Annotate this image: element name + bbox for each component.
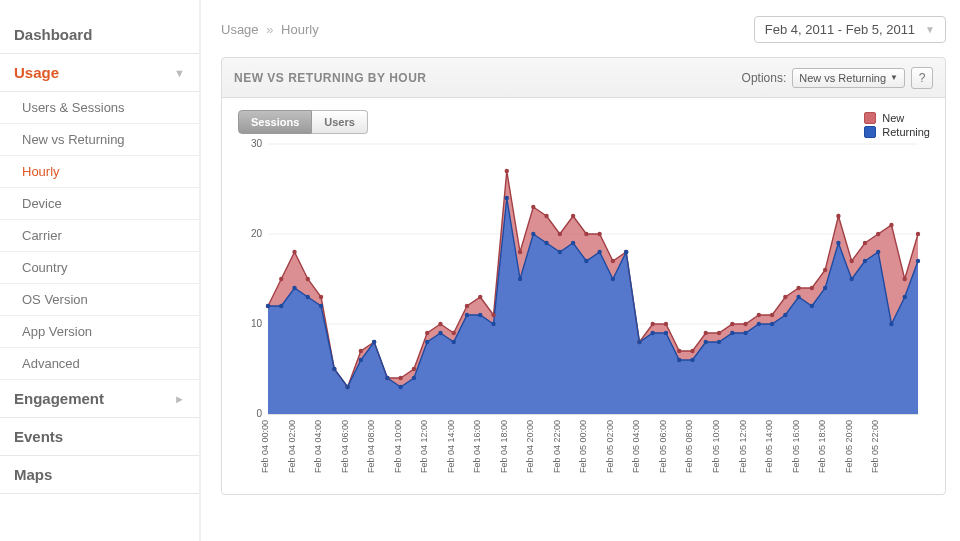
svg-point-75 [478, 313, 482, 317]
tab-sessions[interactable]: Sessions [238, 110, 312, 134]
subnav-country[interactable]: Country [0, 252, 199, 284]
svg-text:Feb 04 02:00: Feb 04 02:00 [287, 420, 297, 473]
svg-text:Feb 04 06:00: Feb 04 06:00 [340, 420, 350, 473]
svg-text:Feb 04 14:00: Feb 04 14:00 [446, 420, 456, 473]
svg-point-106 [889, 322, 893, 326]
svg-text:30: 30 [251, 138, 263, 149]
nav-events[interactable]: Events [0, 418, 199, 456]
svg-text:Feb 05 10:00: Feb 05 10:00 [711, 420, 721, 473]
svg-point-94 [730, 331, 734, 335]
svg-point-79 [531, 232, 535, 236]
svg-point-57 [903, 277, 907, 281]
breadcrumb-root[interactable]: Usage [221, 22, 259, 37]
subnav-label: Device [22, 196, 62, 211]
svg-point-84 [597, 250, 601, 254]
breadcrumb-leaf: Hourly [281, 22, 319, 37]
svg-text:Feb 05 12:00: Feb 05 12:00 [738, 420, 748, 473]
tab-label: Sessions [251, 116, 299, 128]
svg-point-65 [345, 385, 349, 389]
panel-title: NEW VS RETURNING BY HOUR [234, 71, 426, 85]
subnav-label: Hourly [22, 164, 60, 179]
subnav-new-vs-returning[interactable]: New vs Returning [0, 124, 199, 156]
subnav-carrier[interactable]: Carrier [0, 220, 199, 252]
subnav-advanced[interactable]: Advanced [0, 348, 199, 380]
subnav-device[interactable]: Device [0, 188, 199, 220]
hourly-chart: 0102030Feb 04 00:00Feb 04 02:00Feb 04 04… [238, 134, 928, 489]
svg-point-23 [452, 331, 456, 335]
svg-point-61 [292, 286, 296, 290]
svg-point-64 [332, 367, 336, 371]
svg-point-22 [438, 322, 442, 326]
breadcrumb: Usage » Hourly [221, 22, 319, 37]
svg-point-100 [810, 304, 814, 308]
nav-events-label: Events [14, 428, 63, 445]
svg-point-102 [836, 241, 840, 245]
svg-point-83 [584, 259, 588, 263]
svg-point-48 [783, 295, 787, 299]
options-label: Options: [742, 71, 787, 85]
nav-usage-label: Usage [14, 64, 59, 81]
svg-point-21 [425, 331, 429, 335]
svg-point-68 [385, 376, 389, 380]
svg-text:Feb 04 10:00: Feb 04 10:00 [393, 420, 403, 473]
svg-text:Feb 04 18:00: Feb 04 18:00 [499, 420, 509, 473]
svg-point-93 [717, 340, 721, 344]
svg-point-98 [783, 313, 787, 317]
svg-text:Feb 04 20:00: Feb 04 20:00 [525, 420, 535, 473]
date-range-picker[interactable]: Feb 4, 2011 - Feb 5, 2011 ▼ [754, 16, 946, 43]
svg-text:Feb 05 14:00: Feb 05 14:00 [764, 420, 774, 473]
svg-point-24 [465, 304, 469, 308]
svg-point-89 [664, 331, 668, 335]
svg-point-69 [398, 385, 402, 389]
metric-select[interactable]: New vs Returning ▼ [792, 68, 905, 88]
svg-point-38 [650, 322, 654, 326]
svg-point-39 [664, 322, 668, 326]
subnav-users-sessions[interactable]: Users & Sessions [0, 92, 199, 124]
legend-swatch-new [864, 112, 876, 124]
subnav-app-version[interactable]: App Version [0, 316, 199, 348]
svg-point-76 [491, 322, 495, 326]
svg-point-27 [505, 169, 509, 173]
main-content: Usage » Hourly Feb 4, 2011 - Feb 5, 2011… [201, 0, 960, 541]
tab-users[interactable]: Users [312, 110, 368, 134]
svg-text:Feb 05 06:00: Feb 05 06:00 [658, 420, 668, 473]
subnav-label: App Version [22, 324, 92, 339]
svg-point-99 [796, 295, 800, 299]
usage-submenu: Users & Sessions New vs Returning Hourly… [0, 92, 199, 380]
svg-point-34 [597, 232, 601, 236]
nav-dashboard[interactable]: Dashboard [0, 16, 199, 54]
svg-point-30 [544, 214, 548, 218]
subnav-os-version[interactable]: OS Version [0, 284, 199, 316]
subnav-hourly[interactable]: Hourly [0, 156, 199, 188]
svg-point-20 [412, 367, 416, 371]
svg-text:Feb 05 16:00: Feb 05 16:00 [791, 420, 801, 473]
svg-point-101 [823, 286, 827, 290]
svg-point-67 [372, 340, 376, 344]
subnav-label: OS Version [22, 292, 88, 307]
svg-point-95 [743, 331, 747, 335]
nav-usage[interactable]: Usage ▼ [0, 54, 199, 92]
nav-maps-label: Maps [14, 466, 52, 483]
nav-dashboard-label: Dashboard [14, 26, 92, 43]
help-button[interactable]: ? [911, 67, 933, 89]
svg-text:Feb 05 20:00: Feb 05 20:00 [844, 420, 854, 473]
svg-point-70 [412, 376, 416, 380]
svg-point-82 [571, 241, 575, 245]
svg-point-63 [319, 304, 323, 308]
subnav-label: Country [22, 260, 68, 275]
svg-point-85 [611, 277, 615, 281]
svg-point-54 [863, 241, 867, 245]
svg-text:Feb 04 08:00: Feb 04 08:00 [366, 420, 376, 473]
svg-point-71 [425, 340, 429, 344]
nav-maps[interactable]: Maps [0, 456, 199, 494]
svg-point-104 [863, 259, 867, 263]
sidebar-nav: Dashboard Usage ▼ Users & Sessions New v… [0, 0, 201, 541]
svg-point-40 [677, 349, 681, 353]
nav-engagement[interactable]: Engagement ► [0, 380, 199, 418]
chevron-down-icon: ▼ [925, 24, 935, 35]
svg-point-91 [690, 358, 694, 362]
svg-point-53 [849, 259, 853, 263]
svg-point-29 [531, 205, 535, 209]
svg-point-92 [704, 340, 708, 344]
svg-point-33 [584, 232, 588, 236]
